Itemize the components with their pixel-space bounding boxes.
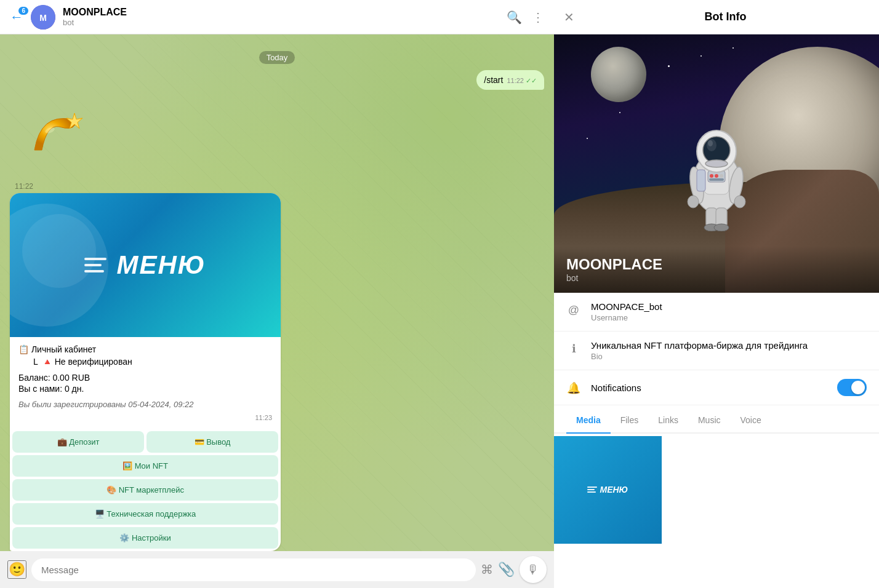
message-time: 11:22 ✓✓ — [507, 77, 537, 85]
toggle-knob — [851, 381, 865, 394]
star-5 — [619, 112, 620, 113]
header-actions: 🔍 ⋮ — [507, 10, 544, 25]
media-tabs: Media Files Links Music Voice — [554, 408, 879, 434]
card-body: 📋 Личный кабинет L 🔺 Не верифицирован Ба… — [10, 337, 281, 431]
message-text: /start — [484, 75, 503, 85]
settings-button[interactable]: ⚙️ Настройки — [12, 527, 278, 549]
btn-row-1: 💼 Депозит 💳 Вывод — [10, 431, 281, 453]
svg-rect-24 — [697, 170, 705, 191]
my-nft-button[interactable]: 🖼️ Мои NFT — [12, 455, 278, 477]
bio-label: Bio — [591, 352, 867, 361]
chat-messages[interactable]: Today /start 11:22 ✓✓ — [0, 34, 554, 551]
mini-menu-lines — [587, 487, 597, 493]
menu-banner-text: МЕНЮ — [116, 250, 206, 280]
btn-row-2: 🖼️ Мои NFT — [10, 455, 281, 477]
star-3 — [732, 47, 734, 49]
menu-line-1 — [84, 258, 106, 260]
voice-button[interactable]: 🎙 — [520, 556, 547, 583]
date-badge: Today — [10, 52, 544, 63]
svg-point-23 — [705, 160, 728, 167]
cabinet-row: 📋 Личный кабинет — [18, 344, 272, 354]
bio-info: Уникальная NFT платформа-биржа для трейд… — [591, 340, 867, 361]
read-ticks: ✓✓ — [526, 77, 537, 84]
btn-row-3: 🎨 NFT маркетплейс — [10, 479, 281, 501]
chat-subtitle: bot — [63, 18, 499, 27]
notifications-row: 🔔 Notifications — [554, 370, 879, 405]
bot-message-card: МЕНЮ 📋 Личный кабинет L 🔺 Не верифициров… — [10, 193, 544, 551]
card-time: 11:23 — [18, 414, 272, 421]
attach-button[interactable]: 📎 — [498, 562, 515, 578]
mini-menu: МЕНЮ — [587, 485, 628, 495]
at-icon: @ — [566, 303, 581, 317]
svg-point-8 — [715, 174, 718, 178]
astronaut — [673, 96, 760, 231]
deposit-button[interactable]: 💼 Депозит — [12, 431, 144, 453]
menu-line-3 — [84, 270, 104, 272]
command-button[interactable]: ⌘ — [481, 562, 493, 577]
mini-line-3 — [587, 491, 596, 493]
bot-info-header: ✕ Bot Info — [554, 0, 879, 34]
svg-point-7 — [710, 174, 713, 178]
svg-point-18 — [734, 196, 745, 208]
star-8 — [700, 55, 702, 57]
tab-media[interactable]: Media — [566, 408, 611, 432]
more-icon[interactable]: ⋮ — [532, 10, 544, 25]
menu-lines-icon — [84, 258, 106, 272]
notifications-label: Notifications — [591, 383, 827, 393]
menu-logo: МЕНЮ — [84, 250, 206, 280]
sticker-svg — [22, 101, 96, 175]
tab-voice[interactable]: Voice — [731, 408, 771, 432]
chat-avatar[interactable]: M — [31, 5, 55, 30]
svg-rect-10 — [709, 178, 724, 181]
info-circle-icon: ℹ — [566, 341, 581, 356]
bot-info-content[interactable]: @ MOONPACE_bot Username ℹ Уникальная NFT… — [554, 293, 879, 588]
notifications-toggle[interactable] — [837, 379, 867, 396]
svg-point-22 — [714, 224, 729, 231]
bio-row: ℹ Уникальная NFT платформа-биржа для тре… — [554, 332, 879, 370]
hero-overlay: MOONPLACE bot — [554, 246, 879, 293]
username-info: MOONPACE_bot Username — [591, 301, 867, 322]
star-sticker — [10, 95, 108, 181]
svg-point-9 — [720, 174, 723, 178]
tab-links[interactable]: Links — [648, 408, 688, 432]
mini-menu-text: МЕНЮ — [600, 485, 628, 495]
search-icon[interactable]: 🔍 — [507, 10, 522, 25]
back-button[interactable]: ← 6 — [10, 9, 23, 25]
bio-value: Уникальная NFT платформа-биржа для трейд… — [591, 340, 867, 351]
close-button[interactable]: ✕ — [564, 10, 574, 25]
btn-row-4: 🖥️ Техническая поддержка — [10, 503, 281, 525]
mini-line-2 — [587, 489, 595, 490]
username-value: MOONPACE_bot — [591, 301, 867, 312]
hero-name: MOONPLACE — [566, 256, 867, 273]
svg-point-14 — [708, 140, 713, 146]
chat-title-area: MOONPLACE bot — [63, 7, 499, 27]
unread-badge: 6 — [18, 7, 28, 15]
sticker-time: 11:22 — [15, 182, 33, 191]
verified-label: 🔺 Не верифицирован — [42, 357, 132, 367]
nft-marketplace-button[interactable]: 🎨 NFT маркетплейс — [12, 479, 278, 501]
username-row: @ MOONPACE_bot Username — [554, 293, 879, 332]
chat-input-area: 🙂 ⌘ 📎 🎙 — [0, 551, 554, 588]
moon-small — [591, 47, 646, 102]
support-button[interactable]: 🖥️ Техническая поддержка — [12, 503, 278, 525]
bell-icon: 🔔 — [566, 381, 581, 395]
menu-line-2 — [84, 264, 102, 266]
reg-row: Вы были зарегистрированы 05-04-2024, 09:… — [18, 400, 272, 409]
days-row: Вы с нами: 0 дн. — [18, 384, 272, 394]
verified-row: L 🔺 Не верифицирован — [18, 357, 272, 367]
star-2 — [668, 65, 670, 67]
chat-panel: ← 6 M MOONPLACE bot 🔍 ⋮ Today /start — [0, 0, 554, 588]
bot-info-panel: ✕ Bot Info — [554, 0, 879, 588]
emoji-button[interactable]: 🙂 — [7, 560, 26, 579]
menu-card: МЕНЮ 📋 Личный кабинет L 🔺 Не верифициров… — [10, 193, 281, 551]
message-input[interactable] — [31, 558, 476, 581]
hero-subtitle: bot — [566, 273, 867, 283]
tab-music[interactable]: Music — [688, 408, 731, 432]
media-grid: МЕНЮ — [554, 434, 879, 546]
media-thumb-1[interactable]: МЕНЮ — [554, 436, 662, 544]
cabinet-label: 📋 Личный кабинет — [18, 344, 96, 354]
tab-files[interactable]: Files — [611, 408, 649, 432]
withdraw-button[interactable]: 💳 Вывод — [146, 431, 278, 453]
svg-point-16 — [688, 196, 699, 208]
card-banner: МЕНЮ — [10, 193, 281, 337]
